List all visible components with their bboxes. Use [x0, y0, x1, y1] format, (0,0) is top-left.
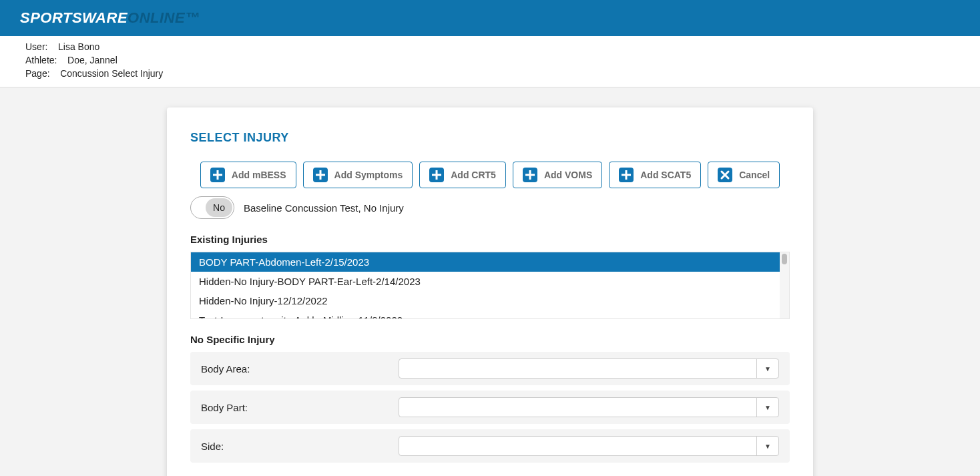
- scroll-thumb[interactable]: [782, 254, 787, 264]
- existing-injuries-list-container: BODY PART-Abdomen-Left-2/15/2023 Hidden-…: [190, 252, 790, 319]
- list-item[interactable]: Test-Lower extremity-Ankle-Midline-11/8/…: [191, 310, 780, 318]
- chevron-down-icon: ▼: [757, 398, 778, 417]
- svg-rect-5: [316, 174, 325, 176]
- svg-rect-2: [213, 174, 222, 176]
- list-item[interactable]: Hidden-No Injury-12/12/2022: [191, 291, 780, 310]
- baseline-label: Baseline Concussion Test, No Injury: [244, 202, 404, 214]
- plus-icon: [523, 168, 537, 182]
- body-area-row: Body Area: ▼: [190, 352, 790, 385]
- side-row: Side: ▼: [190, 429, 790, 463]
- button-label: Add SCAT5: [640, 170, 691, 180]
- no-specific-injury-title: No Specific Injury: [190, 334, 790, 345]
- button-label: Cancel: [739, 170, 770, 180]
- svg-rect-8: [432, 174, 441, 176]
- info-user-value: Lisa Bono: [58, 41, 99, 52]
- button-row: Add mBESS Add Symptoms Add CRT5 Add VOMS…: [190, 162, 790, 188]
- body-area-select[interactable]: ▼: [399, 359, 779, 379]
- button-label: Add VOMS: [544, 170, 592, 180]
- card-title: SELECT INJURY: [190, 131, 790, 145]
- add-crt5-button[interactable]: Add CRT5: [419, 162, 506, 188]
- baseline-toggle[interactable]: No: [190, 196, 234, 219]
- close-icon: [718, 168, 732, 182]
- svg-rect-14: [622, 174, 631, 176]
- logo-bright: SPORTSWARE: [20, 9, 128, 26]
- button-label: Add CRT5: [451, 170, 496, 180]
- info-athlete-label: Athlete:: [25, 55, 57, 65]
- logo-dim: ONLINE™: [128, 9, 200, 26]
- body-part-select[interactable]: ▼: [399, 397, 779, 417]
- button-label: Add Symptoms: [334, 170, 403, 180]
- toggle-knob: No: [206, 198, 232, 217]
- plus-icon: [210, 168, 225, 182]
- plus-icon: [619, 168, 634, 182]
- existing-injuries-list[interactable]: BODY PART-Abdomen-Left-2/15/2023 Hidden-…: [191, 252, 780, 318]
- add-voms-button[interactable]: Add VOMS: [513, 162, 602, 188]
- logo: SPORTSWAREONLINE™: [20, 9, 200, 27]
- cancel-button[interactable]: Cancel: [708, 162, 780, 188]
- button-label: Add mBESS: [232, 170, 286, 180]
- info-page-value: Concussion Select Injury: [60, 68, 163, 79]
- body-area-label: Body Area:: [201, 363, 399, 375]
- side-value: [399, 437, 757, 455]
- info-panel: User: Lisa Bono Athlete: Doe, Jannel Pag…: [0, 36, 980, 87]
- side-select[interactable]: ▼: [399, 436, 779, 456]
- select-injury-card: SELECT INJURY Add mBESS Add Symptoms Add…: [167, 107, 813, 476]
- chevron-down-icon: ▼: [757, 359, 778, 378]
- info-page-label: Page:: [25, 68, 50, 79]
- add-symptoms-button[interactable]: Add Symptoms: [303, 162, 413, 188]
- baseline-row: No Baseline Concussion Test, No Injury: [190, 196, 790, 219]
- add-mbess-button[interactable]: Add mBESS: [200, 162, 296, 188]
- svg-rect-11: [525, 174, 535, 176]
- info-athlete: Athlete: Doe, Jannel: [25, 53, 955, 67]
- add-scat5-button[interactable]: Add SCAT5: [609, 162, 701, 188]
- info-page: Page: Concussion Select Injury: [25, 67, 955, 80]
- body-part-label: Body Part:: [201, 402, 399, 413]
- list-item[interactable]: Hidden-No Injury-BODY PART-Ear-Left-2/14…: [191, 272, 780, 291]
- existing-injuries-title: Existing Injuries: [190, 234, 790, 245]
- side-label: Side:: [201, 441, 399, 452]
- list-item[interactable]: BODY PART-Abdomen-Left-2/15/2023: [191, 252, 780, 272]
- chevron-down-icon: ▼: [757, 437, 778, 455]
- plus-icon: [313, 168, 328, 182]
- body-part-value: [399, 398, 757, 417]
- info-athlete-value: Doe, Jannel: [67, 55, 117, 65]
- top-header: SPORTSWAREONLINE™: [0, 0, 980, 36]
- info-user-label: User:: [25, 41, 47, 52]
- plus-icon: [429, 168, 444, 182]
- body-area-value: [399, 359, 757, 378]
- info-user: User: Lisa Bono: [25, 40, 955, 53]
- body-part-row: Body Part: ▼: [190, 391, 790, 424]
- scrollbar[interactable]: [780, 252, 789, 318]
